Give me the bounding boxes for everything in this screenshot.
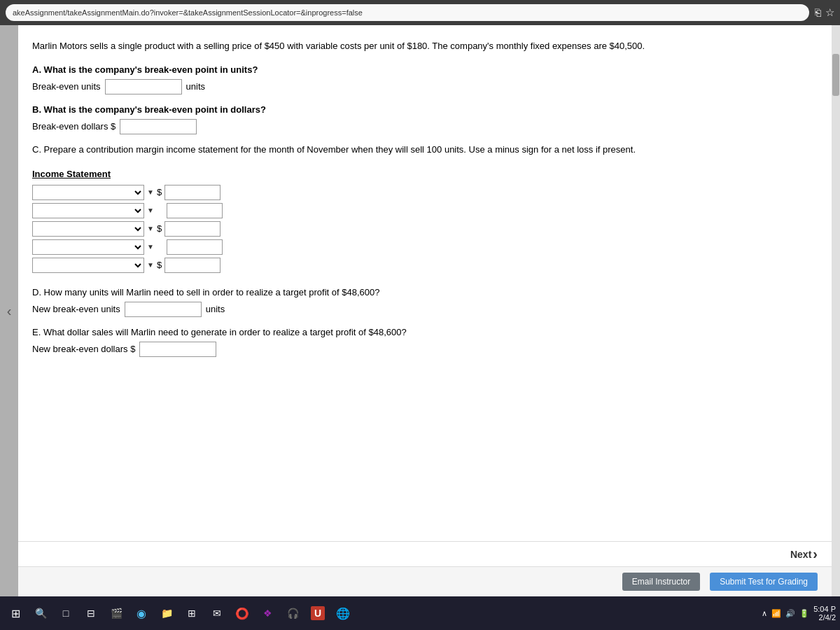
part-d-section: D. How many units will Marlin need to se… (32, 287, 811, 317)
new-break-even-dollars-input[interactable] (139, 342, 216, 357)
break-even-dollars-label: Break-even dollars $ (32, 121, 115, 132)
new-break-even-units-input[interactable] (125, 302, 202, 317)
u-icon: U (311, 606, 325, 620)
part-b-section: B. What is the company's break-even poin… (32, 104, 811, 134)
break-even-units-label: Break-even units (32, 81, 101, 92)
browser-chrome: akeAssignment/takeAssignmentMain.do?invo… (0, 0, 840, 25)
taskbar: ⊞ 🔍 □ ⊟ 🎬 ◉ 📁 ⊞ ✉ ⭕ ❖ (0, 596, 840, 630)
income-statement-row-1: ▼ $ (32, 185, 811, 200)
explorer-icon: 📁 (161, 608, 173, 619)
break-even-dollars-row: Break-even dollars $ (32, 119, 811, 134)
battery-icon[interactable]: 🔋 (799, 609, 809, 618)
next-label: Next (790, 549, 811, 560)
grid-icon: ❖ (263, 608, 272, 619)
taskbar-explorer-button[interactable]: 📁 (155, 602, 178, 624)
share-icon[interactable]: ⎗ (815, 6, 821, 19)
bottom-nav-row: Next › (18, 541, 832, 566)
action-buttons-row: Email Instructor Submit Test for Grading (18, 566, 832, 596)
taskbar-media-button[interactable]: 🎬 (105, 602, 127, 624)
taskbar-widgets-button[interactable]: ⊟ (80, 602, 102, 624)
right-scrollbar[interactable] (832, 25, 840, 596)
is-row-1-dollar: $ (157, 187, 162, 197)
taskview-icon: □ (63, 608, 69, 619)
taskbar-grid-button[interactable]: ❖ (256, 602, 279, 624)
units-suffix: units (186, 81, 205, 92)
break-even-units-row: Break-even units units (32, 79, 811, 94)
volume-icon[interactable]: 🔊 (785, 609, 795, 618)
page-layout: akeAssignment/takeAssignmentMain.do?invo… (0, 0, 840, 630)
break-even-dollars-input[interactable] (120, 119, 197, 134)
system-tray-arrow[interactable]: ∧ (762, 609, 767, 618)
is-row-3-arrow: ▼ (147, 225, 154, 232)
left-nav-arrow[interactable]: ‹ (0, 25, 18, 596)
part-e-label: E. What dollar sales will Marlin need to… (32, 327, 811, 337)
is-row-4-arrow: ▼ (147, 243, 154, 251)
is-row-5-arrow: ▼ (147, 261, 154, 269)
part-b-label: B. What is the company's break-even poin… (32, 104, 811, 115)
scrollable-content: Marlin Motors sells a single product wit… (18, 25, 832, 541)
taskbar-app1-button[interactable]: ⊞ (181, 602, 203, 624)
is-row-3-dollar: $ (157, 223, 162, 234)
taskbar-date-display: 2/4/2 (819, 613, 836, 622)
taskbar-u-button[interactable]: U (307, 602, 329, 624)
taskbar-time-display: 5:04 P (813, 605, 836, 613)
wifi-icon[interactable]: 📶 (771, 609, 781, 618)
is-row-1-arrow: ▼ (147, 188, 154, 196)
part-c-section: C. Prepare a contribution margin income … (32, 144, 811, 273)
is-row-2-input[interactable] (167, 203, 223, 218)
is-row-3-select[interactable] (32, 221, 144, 237)
taskbar-clock[interactable]: 5:04 P 2/4/2 (813, 605, 836, 622)
taskbar-start-button[interactable]: ⊞ (4, 602, 27, 624)
taskbar-headphone-button[interactable]: 🎧 (281, 602, 304, 624)
browser-action-icons: ⎗ ☆ (815, 6, 834, 19)
is-row-5-select[interactable] (32, 258, 144, 273)
income-statement-title: Income Statement (32, 169, 811, 179)
taskbar-circle-button[interactable]: ⭕ (231, 602, 253, 624)
taskbar-system-tray: ∧ 📶 🔊 🔋 5:04 P 2/4/2 (762, 605, 836, 622)
is-row-2-select[interactable] (32, 203, 144, 218)
submit-test-button[interactable]: Submit Test for Grading (710, 573, 818, 591)
new-break-even-units-row: New break-even units units (32, 302, 811, 317)
taskbar-mail-button[interactable]: ✉ (206, 602, 228, 624)
is-row-1-input[interactable] (164, 185, 220, 200)
break-even-units-input[interactable] (105, 79, 182, 94)
taskbar-edge-button[interactable]: ◉ (130, 602, 153, 624)
is-row-4-select[interactable] (32, 239, 144, 255)
is-row-4-input[interactable] (167, 239, 223, 255)
headphone-icon: 🎧 (287, 608, 299, 619)
is-row-5-input[interactable] (164, 258, 220, 273)
media-icon: 🎬 (111, 608, 122, 619)
is-row-1-select[interactable] (32, 185, 144, 200)
email-instructor-button[interactable]: Email Instructor (622, 573, 700, 591)
new-break-even-dollars-label: New break-even dollars $ (32, 344, 135, 354)
is-row-5-dollar: $ (157, 260, 162, 270)
new-break-even-dollars-row: New break-even dollars $ (32, 342, 811, 357)
question-main-text: Marlin Motors sells a single product wit… (32, 39, 811, 53)
income-statement-row-4: ▼ (32, 239, 811, 255)
widgets-icon: ⊟ (87, 608, 95, 619)
part-a-section: A. What is the company's break-even poin… (32, 64, 811, 94)
scrollbar-thumb (832, 54, 839, 96)
next-chevron-icon: › (813, 546, 818, 562)
windows-icon: ⊞ (11, 607, 20, 620)
left-arrow-icon: ‹ (7, 303, 12, 319)
income-statement-row-3: ▼ $ (32, 221, 811, 237)
edge-icon: ◉ (136, 607, 146, 620)
taskbar-taskview-button[interactable]: □ (55, 602, 77, 624)
star-icon[interactable]: ☆ (825, 6, 834, 19)
part-a-label: A. What is the company's break-even poin… (32, 64, 811, 75)
income-statement: Income Statement ▼ $ (32, 169, 811, 273)
taskbar-search-button[interactable]: 🔍 (29, 602, 52, 624)
taskbar-chrome-button[interactable]: 🌐 (332, 602, 354, 624)
circle-icon: ⭕ (235, 607, 249, 620)
next-button[interactable]: Next › (790, 546, 818, 562)
mail-icon: ✉ (213, 608, 221, 619)
income-statement-row-2: ▼ (32, 203, 811, 218)
is-row-2-arrow: ▼ (147, 206, 154, 214)
is-row-3-input[interactable] (164, 221, 220, 237)
app1-icon: ⊞ (188, 608, 196, 619)
new-break-even-units-label: New break-even units (32, 304, 120, 314)
url-bar[interactable]: akeAssignment/takeAssignmentMain.do?invo… (6, 4, 809, 21)
chrome-icon: 🌐 (336, 607, 350, 620)
new-units-suffix: units (206, 304, 225, 314)
